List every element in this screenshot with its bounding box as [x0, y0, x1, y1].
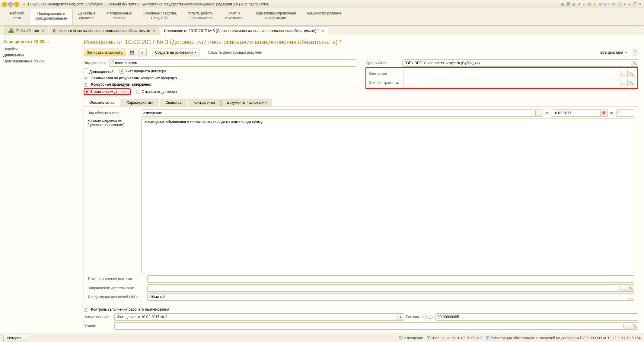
sysbtn-2[interactable] — [8, 2, 13, 7]
tool-icon[interactable]: ▦ — [561, 2, 564, 6]
sidebar-link-files[interactable]: Присоединенные файлы — [3, 59, 75, 63]
menu-reference[interactable]: Нормативно-справочнаяинформация — [249, 8, 301, 25]
expand-button[interactable]: ⌄ — [632, 27, 638, 33]
tab-desktop[interactable]: ▟▙ Рабочий стол ✕ — [5, 27, 48, 35]
page-title: Извещение от 10.02.2017 № 3 (Договор или… — [84, 39, 638, 46]
lookup-icon[interactable]: 🔍 — [631, 322, 638, 330]
subject-label: Учет предмета договора — [125, 69, 166, 73]
dropdown-icon[interactable]: ▾ — [397, 313, 404, 321]
subject-checkbox[interactable] — [120, 69, 124, 74]
ellipsis-icon[interactable]: … — [620, 79, 628, 86]
sidebar-link-documents[interactable]: Документы — [3, 53, 75, 57]
reg-input[interactable] — [435, 313, 638, 321]
tab-notification[interactable]: Извещение от 10.02.2017 № 3 (Договор или… — [160, 27, 328, 35]
payment-text-input[interactable] — [147, 275, 634, 283]
close-tab-icon[interactable]: ✕ — [321, 29, 324, 33]
tool-icon[interactable]: ▤ — [587, 2, 591, 6]
info-icon[interactable]: ⓘ — [618, 2, 622, 7]
tool-icon[interactable]: 🖨 — [572, 2, 576, 6]
sidebar: Извещение от 10.02.... Перейти Документы… — [0, 36, 78, 333]
tender-result-checkbox[interactable] — [84, 76, 88, 80]
titlebar: ★ ГОБУ ВПО Университет искусств (Субсиди… — [0, 0, 644, 8]
dropdown-icon[interactable]: ▾ — [623, 2, 626, 6]
radio-rejected[interactable] — [136, 90, 140, 94]
maximize-icon[interactable]: ❐ — [633, 2, 637, 6]
ellipsis-icon[interactable]: … — [624, 322, 631, 330]
menu-admin[interactable]: Администрирование — [301, 8, 346, 25]
tool-icon[interactable]: 🗐 — [566, 2, 570, 6]
contract-type-input[interactable] — [109, 59, 356, 67]
minimize-icon[interactable]: — — [627, 2, 631, 6]
separator — [202, 49, 202, 56]
tool-icon[interactable]: 31 — [593, 2, 597, 6]
control-checkbox[interactable] — [84, 307, 88, 312]
menu-accounting[interactable]: Учет иотчетность — [220, 8, 249, 25]
name-input[interactable] — [114, 313, 397, 321]
m-icon[interactable]: M — [599, 2, 602, 6]
vat-type-input[interactable] — [147, 293, 627, 301]
longterm-checkbox[interactable] — [84, 68, 88, 73]
save-button[interactable]: 💾 — [128, 49, 136, 56]
menu-cash[interactable]: Денежныесредства — [73, 8, 101, 25]
subtab-properties[interactable]: Свойства — [160, 99, 187, 106]
all-actions-button[interactable]: Все действия — [598, 49, 630, 56]
summary-label-2: (целевое назначение): — [88, 123, 139, 127]
post-button[interactable]: ▸ — [138, 49, 147, 56]
create-based-button[interactable]: Создать на основании — [152, 49, 200, 56]
org-input[interactable] — [402, 59, 631, 67]
subtab-documents[interactable]: Документы - основания — [221, 99, 272, 106]
sysbtn-3[interactable] — [14, 2, 19, 7]
menu-assets[interactable]: Основные средства,НМА, НПА — [137, 8, 182, 25]
menu-planning[interactable]: Планирование исанкционирование — [30, 8, 72, 25]
ellipsis-icon[interactable]: … — [536, 109, 543, 117]
radio-concluded[interactable] — [85, 90, 89, 94]
close-icon[interactable]: ✕ — [639, 2, 642, 6]
lookup-icon[interactable]: 🔍 — [631, 59, 638, 67]
account-input[interactable] — [403, 79, 620, 86]
tool-icon[interactable]: ⌂ — [583, 2, 585, 6]
name-label: Наименование: — [84, 315, 113, 319]
ellipsis-icon[interactable]: … — [620, 284, 627, 292]
star-icon[interactable]: ★ — [22, 1, 26, 7]
status-item[interactable]: ⓘРегистрация обязательств и сведений по … — [486, 335, 641, 340]
number-input[interactable] — [616, 109, 634, 117]
lookup-icon[interactable]: 🔍 — [628, 70, 635, 77]
lookup-icon[interactable]: 🔍 — [627, 284, 634, 292]
subtab-counterparties[interactable]: Контрагенты — [188, 99, 221, 106]
summary-textarea[interactable]: Размещение объявления о торгах на началь… — [141, 119, 634, 273]
menu-materials[interactable]: Материальныезапасы — [101, 8, 137, 25]
ellipsis-icon[interactable]: … — [620, 70, 628, 77]
history-button[interactable]: История... — [3, 335, 28, 341]
group-label: Группа: — [84, 324, 113, 328]
subtab-obligation[interactable]: Обязательство — [84, 99, 120, 106]
date-input[interactable] — [551, 109, 601, 117]
tab-contracts[interactable]: Договоры и иные основания возникновения … — [49, 27, 159, 35]
status-item[interactable]: ⓘИзвещение — [399, 335, 423, 340]
m-minus-icon[interactable]: M- — [611, 2, 616, 6]
title-icons: ▦ 🗐 🖨 ★ ⌂ ▤ 31 M M+ M- ⓘ ▾ — ❐ ✕ — [561, 2, 642, 7]
menu-desktop[interactable]: Рабочийстол — [5, 8, 30, 25]
counterparty-input[interactable] — [403, 70, 620, 77]
close-tab-icon[interactable]: ✕ — [41, 29, 44, 33]
help-icon[interactable]: ? — [632, 49, 638, 56]
close-tab-icon[interactable]: ✕ — [152, 29, 155, 33]
ob-type-input[interactable] — [141, 109, 536, 117]
activity-input[interactable] — [147, 284, 620, 292]
calendar-icon[interactable]: 📅 — [601, 109, 608, 117]
open-doc-button[interactable]: Открыть действующий документ — [205, 49, 266, 56]
save-close-button[interactable]: Записать и закрыть — [84, 49, 126, 56]
tab-label: Рабочий стол — [16, 29, 39, 33]
group-input[interactable] — [114, 322, 624, 330]
sidebar-link-goto[interactable]: Перейти — [3, 47, 75, 51]
ellipsis-icon[interactable]: … — [627, 293, 634, 301]
sysbtn-1[interactable] — [2, 2, 7, 7]
menu-services[interactable]: Услуги, работы,производство — [182, 8, 220, 25]
m-plus-icon[interactable]: M+ — [604, 2, 609, 6]
radio-rejected-label: Отказом от договора — [142, 90, 177, 94]
tool-icon[interactable]: ★ — [578, 2, 581, 6]
reg-label: Рег. номер (код): — [406, 315, 434, 319]
lookup-icon[interactable]: 🔍 — [628, 79, 635, 86]
status-item[interactable]: ⓘИзвещение от 10.02.2017 № 3 — [427, 335, 482, 340]
subtab-characteristics[interactable]: Характеристики — [121, 99, 159, 106]
tender-done-checkbox[interactable] — [84, 82, 88, 87]
